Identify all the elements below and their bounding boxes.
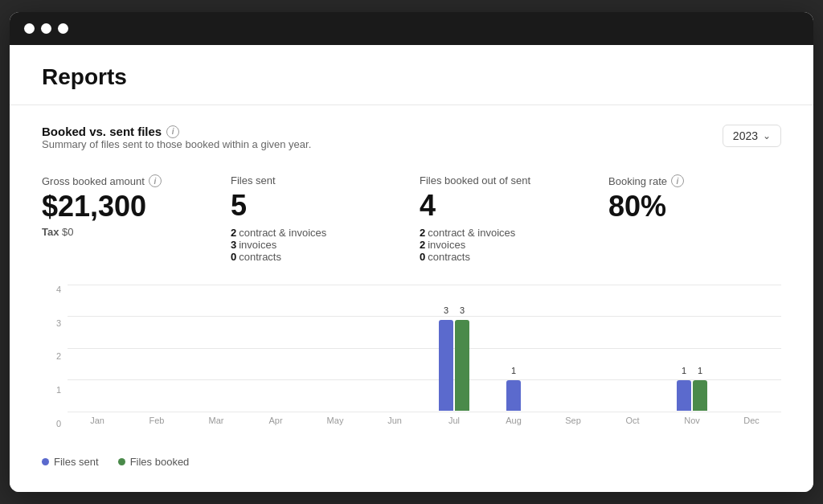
metric-detail-item: 2 contract & invoices [231, 227, 403, 239]
bar-sent-nov: 1 [677, 380, 691, 411]
chart-area: 01234 33111 JanFebMarAprMayJunJulAugSepO… [42, 285, 781, 430]
legend-files-sent: Files sent [42, 456, 99, 468]
chevron-down-icon: ⌄ [763, 130, 771, 141]
metric-details-files-sent: 2 contract & invoices3 invoices0 contrac… [231, 227, 403, 263]
metric-detail-item: 2 invoices [420, 239, 592, 251]
chart-legend: Files sent Files booked [42, 456, 781, 468]
legend-dot-files-booked [118, 458, 125, 465]
page-title: Reports [42, 64, 781, 90]
x-label-may: May [305, 412, 365, 430]
section-header: Booked vs. sent files i Summary of files… [42, 125, 781, 170]
x-label-jun: Jun [365, 412, 424, 430]
metric-label-gross-booked: Gross booked amount i [42, 174, 215, 187]
metric-files-sent: Files sent52 contract & invoices3 invoic… [231, 174, 403, 263]
year-value: 2023 [733, 129, 758, 142]
metric-detail-item: 2 contract & invoices [420, 227, 592, 239]
metric-value-files-sent: 5 [231, 190, 403, 222]
year-selector[interactable]: 2023 ⌄ [723, 125, 781, 147]
legend-files-booked: Files booked [118, 456, 190, 468]
x-label-dec: Dec [722, 412, 781, 430]
metric-booking-rate: Booking rate i80% [608, 174, 781, 263]
x-axis-labels: JanFebMarAprMayJunJulAugSepOctNovDec [68, 412, 781, 430]
bar-booked-nov: 1 [693, 380, 707, 411]
metric-info-icon-booking-rate[interactable]: i [671, 174, 684, 187]
bar-booked-jul: 3 [455, 320, 469, 411]
header-section: Reports [10, 45, 813, 105]
x-label-nov: Nov [662, 412, 722, 430]
metric-detail-item: 3 invoices [231, 239, 403, 251]
bars-and-xaxis: 33111 JanFebMarAprMayJunJulAugSepOctNovD… [68, 285, 781, 430]
x-label-jul: Jul [424, 412, 484, 430]
x-label-sep: Sep [543, 412, 603, 430]
section-title-group: Booked vs. sent files i Summary of files… [42, 125, 311, 170]
y-axis-label: 0 [42, 420, 61, 428]
y-axis-label: 1 [42, 386, 61, 395]
x-label-aug: Aug [484, 412, 543, 430]
y-axis-label: 2 [42, 352, 61, 361]
chart-inner: 33111 JanFebMarAprMayJunJulAugSepOctNovD… [68, 285, 781, 430]
x-label-jan: Jan [68, 412, 127, 430]
window-dot-1[interactable] [24, 23, 35, 34]
x-label-feb: Feb [127, 412, 186, 430]
metric-value-files-booked: 4 [420, 190, 592, 222]
app-window: Reports Booked vs. sent files i Summary … [10, 12, 813, 492]
legend-files-sent-label: Files sent [54, 456, 99, 468]
bar-sent-aug: 1 [506, 380, 521, 411]
legend-files-booked-label: Files booked [130, 456, 190, 468]
metric-details-files-booked: 2 contract & invoices2 invoices0 contrac… [420, 227, 592, 263]
legend-dot-files-sent [42, 458, 49, 465]
chart-container: 01234 33111 JanFebMarAprMayJunJulAugSepO… [42, 285, 781, 446]
metric-value-gross-booked: $21,300 [42, 191, 215, 223]
window-dot-3[interactable] [58, 23, 68, 34]
metric-info-icon-gross-booked[interactable]: i [149, 174, 162, 187]
titlebar [10, 12, 813, 45]
bar-sent-jul: 3 [439, 320, 453, 411]
metrics-row: Gross booked amount i$21,300Tax $0Files … [42, 174, 781, 263]
content-section: Booked vs. sent files i Summary of files… [10, 105, 813, 492]
section-title: Booked vs. sent files i [42, 125, 311, 138]
metric-label-booking-rate: Booking rate i [608, 174, 781, 187]
x-label-mar: Mar [186, 412, 246, 430]
booked-vs-sent-info-icon[interactable]: i [166, 125, 179, 138]
metric-detail-item: 0 contracts [231, 251, 403, 263]
bars-area: 33111 [68, 285, 781, 412]
metric-files-booked: Files booked out of sent42 contract & in… [420, 174, 592, 263]
section-subtitle: Summary of files sent to those booked wi… [42, 138, 311, 150]
y-axis-label: 4 [42, 285, 61, 294]
x-label-apr: Apr [246, 412, 305, 430]
bar-col-jul: 33 [424, 320, 484, 411]
bar-col-nov: 11 [662, 380, 722, 411]
metric-label-files-booked: Files booked out of sent [420, 174, 592, 186]
metric-detail-item: 0 contracts [420, 251, 592, 263]
y-axis: 01234 [42, 285, 61, 430]
metric-sub-gross-booked: Tax $0 [42, 226, 215, 238]
window-dot-2[interactable] [41, 23, 51, 34]
metric-label-files-sent: Files sent [231, 174, 403, 186]
metric-value-booking-rate: 80% [608, 191, 781, 223]
bar-col-aug: 1 [484, 380, 543, 411]
y-axis-label: 3 [42, 319, 61, 328]
x-label-oct: Oct [603, 412, 662, 430]
metric-gross-booked: Gross booked amount i$21,300Tax $0 [42, 174, 215, 263]
